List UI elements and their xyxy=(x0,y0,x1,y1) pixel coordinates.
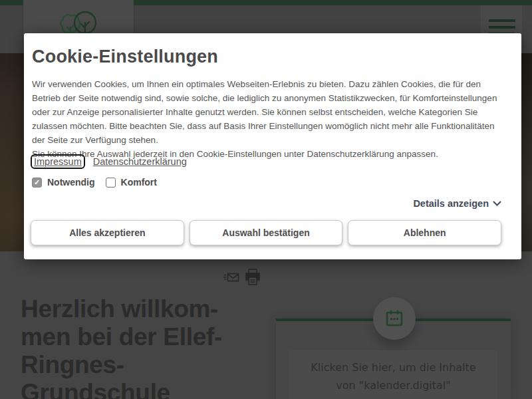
confirm-selection-button[interactable]: Auswahl bestätigen xyxy=(190,220,343,245)
calendar-widget-button[interactable] xyxy=(373,297,416,340)
checkbox-notwendig[interactable]: ✓ Notwendig xyxy=(32,177,95,188)
checkbox-label: Komfort xyxy=(121,177,157,188)
printer-icon[interactable] xyxy=(245,269,261,286)
checkbox-checked-icon[interactable]: ✓ xyxy=(32,178,42,188)
hamburger-icon xyxy=(489,26,515,29)
calendar-consent-message[interactable]: Klicken Sie hier, um die Inhalte von "ka… xyxy=(289,350,497,399)
checkbox-unchecked-icon[interactable] xyxy=(106,178,116,188)
impressum-link[interactable]: Impressum xyxy=(31,154,85,169)
details-toggle-label: Details anzeigen xyxy=(413,198,489,209)
checkbox-label: Notwendig xyxy=(47,177,95,188)
cookie-dialog-title: Cookie-Einstellungen xyxy=(32,47,218,67)
hamburger-icon xyxy=(489,19,515,22)
calendar-widget-card: Klicken Sie hier, um die Inhalte von "ka… xyxy=(276,319,511,399)
cookie-dialog-links: Impressum Datenschutzerklärung xyxy=(31,154,187,169)
page-title: Herzlich willkom- men bei der Ellef- Rin… xyxy=(21,295,300,399)
details-toggle[interactable]: Details anzeigen xyxy=(413,198,501,209)
mail-icon[interactable] xyxy=(223,271,239,283)
calendar-icon xyxy=(384,309,404,329)
cookie-dialog-description: Wir verwenden Cookies, um Ihnen ein opti… xyxy=(32,77,507,161)
share-actions xyxy=(223,267,263,287)
accept-all-button[interactable]: Alles akzeptieren xyxy=(31,220,184,245)
cookie-dialog-buttons: Alles akzeptieren Auswahl bestätigen Abl… xyxy=(31,220,501,245)
page: Herzlich willkom- men bei der Ellef- Rin… xyxy=(0,0,532,399)
cookie-dialog: Cookie-Einstellungen Wir verwenden Cooki… xyxy=(24,33,521,259)
cookie-category-checkboxes: ✓ Notwendig Komfort xyxy=(32,177,157,188)
checkbox-komfort[interactable]: Komfort xyxy=(106,177,157,188)
datenschutz-link[interactable]: Datenschutzerklärung xyxy=(93,156,187,167)
decline-button[interactable]: Ablehnen xyxy=(348,220,501,245)
chevron-down-icon xyxy=(493,201,501,206)
